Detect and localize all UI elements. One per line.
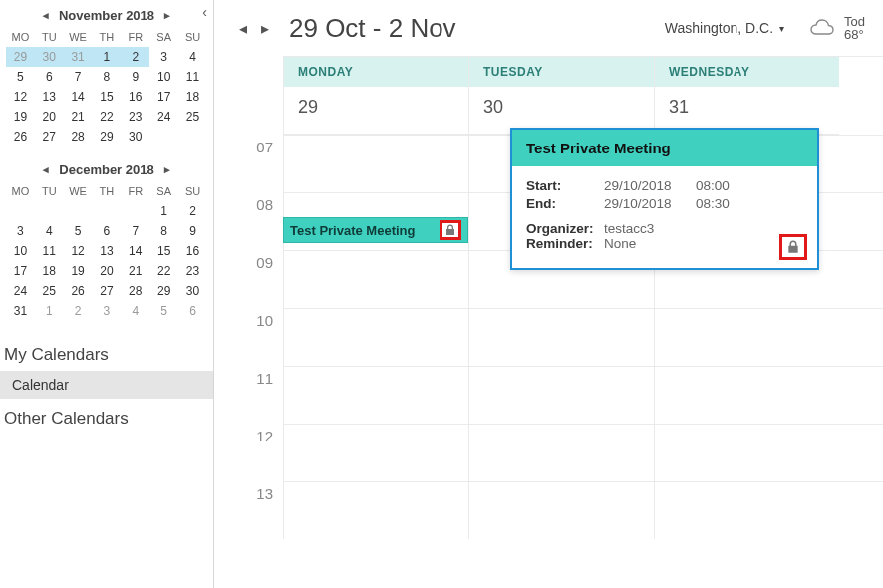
sidebar-collapse-icon[interactable]: ‹	[202, 4, 207, 20]
mini-cal-day[interactable]: 20	[93, 261, 122, 281]
day-column[interactable]: TUESDAY30	[468, 57, 654, 135]
mini-cal-day[interactable]: 22	[149, 261, 178, 281]
mini-cal-day[interactable]: 1	[93, 47, 122, 67]
time-cell[interactable]	[468, 309, 654, 366]
mini-cal-day[interactable]: 18	[35, 261, 64, 281]
mini-cal-day[interactable]: 3	[6, 221, 35, 241]
time-cell[interactable]	[283, 482, 468, 539]
mini-cal-day[interactable]: 22	[93, 107, 122, 127]
mini-cal-day[interactable]: 5	[6, 67, 35, 87]
time-cell[interactable]	[654, 425, 839, 481]
mini-cal-day[interactable]: 29	[149, 281, 178, 301]
my-calendars-title[interactable]: My Calendars	[0, 335, 213, 371]
mini-cal-day[interactable]: 11	[178, 67, 207, 87]
mini-cal-day[interactable]: 29	[93, 127, 122, 147]
time-cell[interactable]	[283, 136, 468, 192]
mini-cal-day[interactable]: 24	[149, 107, 178, 127]
mini-cal-day[interactable]: 27	[93, 281, 122, 301]
mini-cal-day[interactable]: 19	[6, 107, 35, 127]
mini-cal-day[interactable]: 9	[178, 221, 207, 241]
mini-cal-day[interactable]: 14	[64, 87, 93, 107]
mini-cal-day[interactable]: 30	[178, 281, 207, 301]
mini-cal-day[interactable]: 3	[93, 301, 122, 321]
mini-cal-day[interactable]: 17	[149, 87, 178, 107]
calendar-item-primary[interactable]: Calendar	[0, 371, 213, 399]
mini-cal-day[interactable]: 21	[121, 261, 149, 281]
mini-cal-title[interactable]: December 2018	[59, 162, 153, 177]
mini-cal-day[interactable]: 15	[93, 87, 122, 107]
mini-cal-day[interactable]: 10	[149, 67, 178, 87]
mini-cal-day[interactable]: 5	[64, 221, 93, 241]
day-column[interactable]: MONDAY29	[283, 57, 468, 135]
mini-cal-day[interactable]: 30	[35, 47, 64, 67]
time-cell[interactable]	[468, 482, 654, 539]
mini-cal-day[interactable]: 9	[121, 67, 149, 87]
time-cell[interactable]	[468, 367, 654, 424]
time-cell[interactable]	[654, 367, 839, 424]
mini-cal-day[interactable]: 2	[178, 201, 207, 221]
mini-cal-day[interactable]: 14	[121, 241, 149, 261]
mini-cal-next-icon[interactable]: ▸	[160, 163, 174, 176]
weather-location-dropdown[interactable]: Washington, D.C. ▾	[665, 20, 784, 36]
mini-cal-day[interactable]: 29	[6, 47, 35, 67]
weather-widget[interactable]: Tod 68°	[808, 15, 865, 41]
mini-cal-day[interactable]: 2	[121, 47, 149, 67]
mini-cal-day[interactable]: 13	[35, 87, 64, 107]
mini-cal-day[interactable]: 11	[35, 241, 64, 261]
mini-cal-day[interactable]: 26	[6, 127, 35, 147]
mini-cal-day[interactable]: 25	[178, 107, 207, 127]
mini-cal-day[interactable]: 16	[121, 87, 149, 107]
time-cell[interactable]	[283, 251, 468, 308]
mini-cal-day[interactable]: 17	[6, 261, 35, 281]
mini-cal-day[interactable]: 2	[64, 301, 93, 321]
mini-cal-day[interactable]: 5	[149, 301, 178, 321]
time-cell[interactable]	[283, 425, 468, 481]
mini-cal-day[interactable]: 28	[64, 127, 93, 147]
mini-cal-day[interactable]: 10	[6, 241, 35, 261]
mini-cal-day[interactable]: 31	[6, 301, 35, 321]
mini-cal-day[interactable]: 13	[93, 241, 122, 261]
time-cell[interactable]	[654, 482, 839, 539]
mini-cal-day[interactable]: 24	[6, 281, 35, 301]
time-cell[interactable]	[654, 309, 839, 366]
mini-cal-prev-icon[interactable]: ◂	[39, 163, 53, 176]
day-column[interactable]: WEDNESDAY31	[654, 57, 839, 135]
mini-cal-day[interactable]: 15	[149, 241, 178, 261]
mini-cal-prev-icon[interactable]: ◂	[39, 9, 53, 22]
other-calendars-title[interactable]: Other Calendars	[0, 399, 213, 435]
mini-cal-day[interactable]: 30	[121, 127, 149, 147]
mini-cal-day[interactable]: 8	[149, 221, 178, 241]
mini-cal-day[interactable]: 23	[178, 261, 207, 281]
mini-cal-day[interactable]: 25	[35, 281, 64, 301]
mini-cal-day[interactable]: 12	[6, 87, 35, 107]
mini-cal-day[interactable]: 7	[121, 221, 149, 241]
mini-cal-day[interactable]: 16	[178, 241, 207, 261]
event-block-private-meeting[interactable]: Test Private Meeting	[283, 217, 468, 243]
time-cell[interactable]	[283, 367, 468, 424]
mini-cal-day[interactable]: 8	[93, 67, 122, 87]
mini-cal-day[interactable]: 7	[64, 67, 93, 87]
mini-cal-next-icon[interactable]: ▸	[160, 9, 174, 22]
prev-week-arrow-icon[interactable]: ◂	[237, 17, 249, 40]
mini-cal-day[interactable]: 28	[121, 281, 149, 301]
mini-cal-day[interactable]: 19	[64, 261, 93, 281]
mini-cal-day[interactable]: 1	[35, 301, 64, 321]
mini-cal-day[interactable]: 6	[178, 301, 207, 321]
mini-cal-day[interactable]: 12	[64, 241, 93, 261]
mini-cal-day[interactable]: 1	[149, 201, 178, 221]
mini-cal-day[interactable]: 4	[35, 221, 64, 241]
next-week-arrow-icon[interactable]: ▸	[259, 17, 271, 40]
mini-cal-day[interactable]: 18	[178, 87, 207, 107]
mini-cal-day[interactable]: 4	[178, 47, 207, 67]
mini-cal-day[interactable]: 21	[64, 107, 93, 127]
time-cell[interactable]	[468, 425, 654, 481]
mini-cal-day[interactable]: 6	[93, 221, 122, 241]
mini-cal-day[interactable]: 31	[64, 47, 93, 67]
mini-cal-day[interactable]: 20	[35, 107, 64, 127]
mini-cal-day[interactable]: 3	[149, 47, 178, 67]
time-cell[interactable]	[283, 309, 468, 366]
mini-cal-day[interactable]: 23	[121, 107, 149, 127]
mini-cal-day[interactable]: 6	[35, 67, 64, 87]
mini-cal-day[interactable]: 27	[35, 127, 64, 147]
mini-cal-title[interactable]: November 2018	[59, 8, 154, 23]
